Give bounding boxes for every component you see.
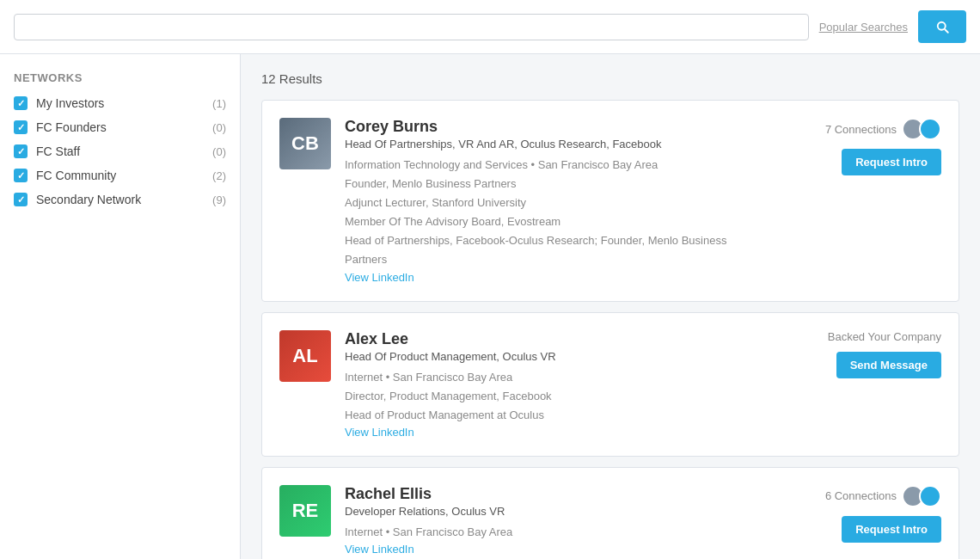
meta-line: Head of Partnerships, Facebook-Oculus Re… xyxy=(345,231,756,269)
connections-label-rachel-ellis: 6 Connections xyxy=(825,485,941,507)
action-button-rachel-ellis[interactable]: Request Intro xyxy=(842,516,941,543)
network-label-fc-founders: FC Founders xyxy=(36,120,212,134)
network-count-secondary-network: (9) xyxy=(212,194,226,206)
result-card-rachel-ellis: RE Rachel Ellis Developer Relations, Ocu… xyxy=(261,467,959,559)
action-button-corey-burns[interactable]: Request Intro xyxy=(842,149,941,175)
avatar-initials-rachel-ellis: RE xyxy=(292,500,319,522)
network-count-fc-founders: (0) xyxy=(212,121,226,134)
result-actions-corey-burns: 7 Connections Request Intro xyxy=(769,118,941,175)
linkedin-link-corey-burns[interactable]: View LinkedIn xyxy=(345,271,414,284)
result-body-corey-burns: Corey Burns Head Of Partnerships, VR And… xyxy=(345,118,756,284)
result-meta-rachel-ellis: Internet • San Francisco Bay Area xyxy=(345,523,756,542)
mini-avatar xyxy=(919,485,941,507)
linkedin-link-alex-lee[interactable]: View LinkedIn xyxy=(345,426,414,439)
result-actions-rachel-ellis: 6 Connections Request Intro xyxy=(769,485,941,543)
sidebar-item-fc-community[interactable]: FC Community (2) xyxy=(14,169,226,182)
checkbox-fc-staff[interactable] xyxy=(14,144,28,158)
result-name-rachel-ellis: Rachel Ellis xyxy=(345,485,756,503)
avatar-initials-alex-lee: AL xyxy=(292,345,317,367)
network-count-fc-staff: (0) xyxy=(212,145,226,158)
results-panel: 12 Results CB Corey Burns Head Of Partne… xyxy=(241,54,980,559)
meta-line: Internet • San Francisco Bay Area xyxy=(345,368,756,387)
result-name-corey-burns: Corey Burns xyxy=(345,118,756,136)
network-label-fc-community: FC Community xyxy=(36,169,212,182)
result-meta-alex-lee: Internet • San Francisco Bay AreaDirecto… xyxy=(345,368,756,425)
sidebar: Networks My Investors (1) FC Founders (0… xyxy=(0,54,241,559)
search-bar: oculus Popular Searches xyxy=(0,0,980,54)
search-icon xyxy=(934,19,950,34)
result-title-corey-burns: Head Of Partnerships, VR And AR, Oculus … xyxy=(345,138,756,150)
connection-avatars xyxy=(902,118,941,140)
meta-line: Founder, Menlo Business Partners xyxy=(345,175,756,194)
connections-label-corey-burns: 7 Connections xyxy=(825,118,941,140)
result-meta-corey-burns: Information Technology and Services • Sa… xyxy=(345,156,756,270)
sidebar-item-fc-founders[interactable]: FC Founders (0) xyxy=(14,120,226,134)
checkbox-fc-community[interactable] xyxy=(14,169,28,182)
results-count: 12 Results xyxy=(261,71,959,86)
sidebar-item-my-investors[interactable]: My Investors (1) xyxy=(14,96,226,110)
network-count-my-investors: (1) xyxy=(212,97,226,110)
action-button-alex-lee[interactable]: Send Message xyxy=(836,352,941,378)
search-button[interactable] xyxy=(918,10,966,43)
network-list: My Investors (1) FC Founders (0) FC Staf… xyxy=(14,96,226,206)
result-body-alex-lee: Alex Lee Head Of Product Management, Ocu… xyxy=(345,330,756,439)
sidebar-item-fc-staff[interactable]: FC Staff (0) xyxy=(14,144,226,158)
popular-searches-link[interactable]: Popular Searches xyxy=(819,21,908,34)
meta-line: Member Of The Advisory Board, Evostream xyxy=(345,212,756,231)
meta-line: Head of Product Management at Oculus xyxy=(345,406,756,425)
checkbox-fc-founders[interactable] xyxy=(14,120,28,134)
result-title-alex-lee: Head Of Product Management, Oculus VR xyxy=(345,350,756,363)
result-title-rachel-ellis: Developer Relations, Oculus VR xyxy=(345,505,756,518)
connection-avatars xyxy=(902,485,941,507)
meta-line: Information Technology and Services • Sa… xyxy=(345,156,756,175)
network-label-fc-staff: FC Staff xyxy=(36,144,212,158)
network-label-secondary-network: Secondary Network xyxy=(36,193,212,206)
result-card-corey-burns: CB Corey Burns Head Of Partnerships, VR … xyxy=(261,100,959,302)
search-input-wrap: oculus xyxy=(14,14,809,40)
avatar-alex-lee: AL xyxy=(279,330,331,382)
main-layout: Networks My Investors (1) FC Founders (0… xyxy=(0,54,980,559)
checkbox-my-investors[interactable] xyxy=(14,96,28,110)
avatar-initials-corey-burns: CB xyxy=(291,132,319,155)
avatar-corey-burns: CB xyxy=(279,118,331,169)
results-list: CB Corey Burns Head Of Partnerships, VR … xyxy=(261,100,959,559)
sidebar-section-title: Networks xyxy=(14,71,226,84)
result-card-alex-lee: AL Alex Lee Head Of Product Management, … xyxy=(261,312,959,457)
result-name-alex-lee: Alex Lee xyxy=(345,330,756,348)
meta-line: Adjunct Lecturer, Stanford University xyxy=(345,194,756,212)
network-count-fc-community: (2) xyxy=(212,169,226,182)
linkedin-link-rachel-ellis[interactable]: View LinkedIn xyxy=(345,543,414,556)
result-body-rachel-ellis: Rachel Ellis Developer Relations, Oculus… xyxy=(345,485,756,556)
mini-avatar xyxy=(919,118,941,140)
sidebar-item-secondary-network[interactable]: Secondary Network (9) xyxy=(14,193,226,206)
search-input[interactable]: oculus xyxy=(25,20,798,34)
network-label-my-investors: My Investors xyxy=(36,96,212,110)
meta-line: Director, Product Management, Facebook xyxy=(345,387,756,406)
backed-label-alex-lee: Backed Your Company xyxy=(828,330,941,343)
result-actions-alex-lee: Backed Your Company Send Message xyxy=(769,330,941,378)
meta-line: Internet • San Francisco Bay Area xyxy=(345,523,756,542)
checkbox-secondary-network[interactable] xyxy=(14,193,28,206)
avatar-rachel-ellis: RE xyxy=(279,485,331,537)
